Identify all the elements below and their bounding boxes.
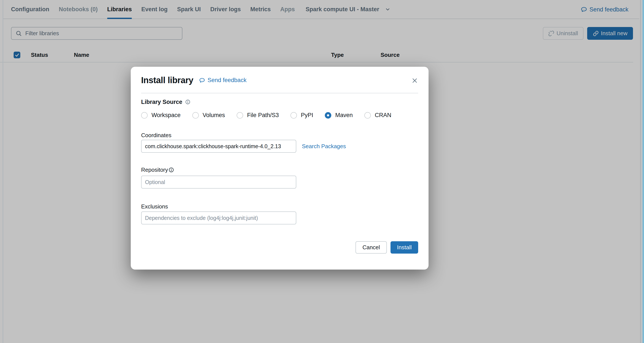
repository-input[interactable]	[141, 176, 296, 189]
install-library-modal: Install library Send feedback	[131, 67, 428, 270]
info-icon[interactable]	[185, 99, 190, 105]
scrollbar-gutter[interactable]	[641, 0, 642, 343]
modal-send-feedback-link[interactable]: Send feedback	[199, 77, 246, 84]
feedback-bubble-icon	[199, 77, 205, 84]
exclusions-input[interactable]	[141, 211, 296, 224]
radio-circle	[364, 112, 371, 119]
coordinates-label: Coordinates	[141, 132, 418, 138]
install-button[interactable]: Install	[390, 241, 418, 254]
info-icon[interactable]	[168, 167, 174, 173]
radio-circle	[192, 112, 199, 119]
radio-file-path-s3[interactable]: File Path/S3	[237, 112, 279, 119]
radio-pypi[interactable]: PyPI	[290, 112, 313, 119]
radio-circle-selected	[325, 112, 331, 119]
radio-workspace[interactable]: Workspace	[141, 112, 181, 119]
radio-maven[interactable]: Maven	[325, 112, 353, 119]
search-packages-link[interactable]: Search Packages	[302, 143, 346, 150]
coordinates-input[interactable]	[141, 140, 296, 153]
radio-circle	[290, 112, 297, 119]
cancel-button[interactable]: Cancel	[356, 241, 387, 254]
library-source-label: Library Source	[141, 98, 418, 105]
exclusions-row	[141, 211, 418, 224]
modal-divider	[141, 93, 418, 93]
close-icon	[411, 77, 418, 84]
radio-circle	[237, 112, 243, 119]
radio-circle	[141, 112, 148, 119]
exclusions-label: Exclusions	[141, 203, 418, 210]
radio-cran[interactable]: CRAN	[364, 112, 391, 119]
modal-actions: Cancel Install	[141, 241, 418, 254]
radio-volumes[interactable]: Volumes	[192, 112, 225, 119]
modal-close-button[interactable]	[410, 76, 419, 85]
left-panel-divider	[2, 0, 3, 343]
modal-title: Install library	[141, 75, 193, 85]
coordinates-row: Search Packages	[141, 140, 418, 153]
repository-row	[141, 176, 418, 189]
right-edge-accent-bar	[642, 0, 644, 343]
library-source-radio-group: Workspace Volumes File Path/S3 PyPI Mave…	[141, 112, 418, 119]
repository-label: Repository	[141, 167, 418, 173]
libraries-page: Configuration Notebooks (0) Libraries Ev…	[0, 0, 644, 343]
modal-header: Install library Send feedback	[141, 67, 418, 85]
